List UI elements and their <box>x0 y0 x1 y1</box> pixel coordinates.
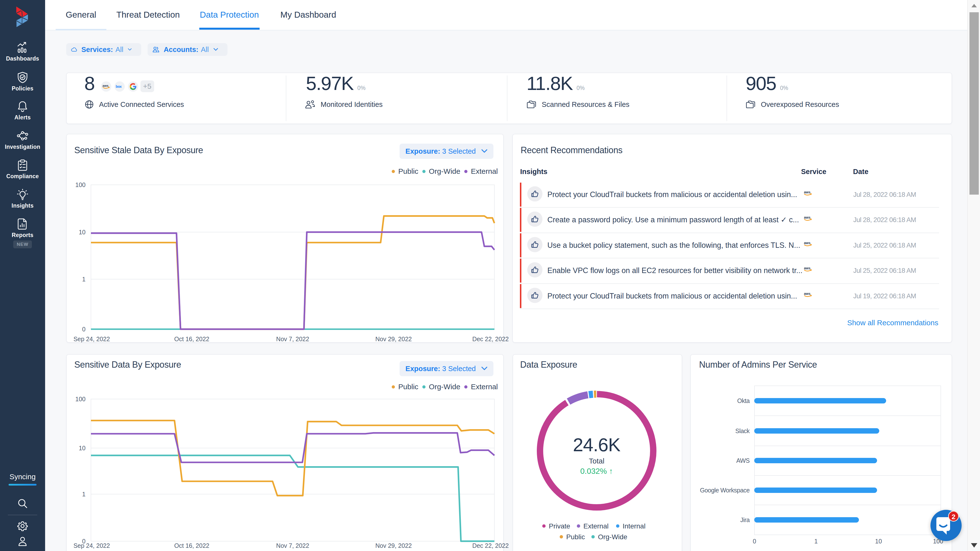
svg-text:box: box <box>116 84 122 89</box>
svg-text:aws: aws <box>804 241 811 245</box>
svg-text:AWS: AWS <box>737 457 749 464</box>
svg-text:aws: aws <box>804 292 811 296</box>
svg-text:aws: aws <box>102 84 108 88</box>
svg-text:Dec 22, 2022: Dec 22, 2022 <box>473 336 509 342</box>
svg-text:Public: Public <box>566 533 585 541</box>
svg-text:Internal: Internal <box>623 522 646 530</box>
svg-text:Okta: Okta <box>737 397 750 404</box>
svg-text:0: 0 <box>82 326 86 333</box>
svg-text:Jira: Jira <box>740 516 750 523</box>
svg-text:1: 1 <box>814 538 818 545</box>
svg-text:1: 1 <box>82 276 86 283</box>
svg-text:Org-Wide: Org-Wide <box>598 533 627 541</box>
svg-text:24.6K: 24.6K <box>573 434 620 455</box>
svg-text:Oct 16, 2022: Oct 16, 2022 <box>174 542 209 549</box>
svg-text:Total: Total <box>589 457 604 465</box>
svg-text:10: 10 <box>875 538 882 545</box>
svg-text:0.032% ↑: 0.032% ↑ <box>580 467 613 476</box>
svg-text:Nov 7, 2022: Nov 7, 2022 <box>276 336 309 342</box>
svg-text:aws: aws <box>804 215 811 219</box>
svg-text:10: 10 <box>79 444 86 451</box>
svg-text:Private: Private <box>549 522 570 530</box>
svg-text:Dec 22, 2022: Dec 22, 2022 <box>473 542 509 549</box>
svg-text:Sep 24, 2022: Sep 24, 2022 <box>73 336 110 342</box>
svg-text:Sep 24, 2022: Sep 24, 2022 <box>73 542 110 549</box>
svg-text:1: 1 <box>82 491 86 498</box>
svg-text:Nov 7, 2022: Nov 7, 2022 <box>276 542 309 549</box>
svg-text:0: 0 <box>753 538 756 545</box>
svg-text:External: External <box>583 522 609 530</box>
svg-text:Nov 29, 2022: Nov 29, 2022 <box>375 542 412 549</box>
svg-text:aws: aws <box>804 266 811 270</box>
svg-text:Google Workspace: Google Workspace <box>700 487 749 494</box>
svg-text:Oct 16, 2022: Oct 16, 2022 <box>174 336 209 342</box>
svg-text:aws: aws <box>804 190 811 194</box>
svg-text:100: 100 <box>75 396 86 403</box>
svg-text:Nov 29, 2022: Nov 29, 2022 <box>375 336 412 342</box>
svg-text:10: 10 <box>79 229 86 236</box>
svg-text:Slack: Slack <box>735 427 750 434</box>
svg-text:100: 100 <box>75 182 86 188</box>
